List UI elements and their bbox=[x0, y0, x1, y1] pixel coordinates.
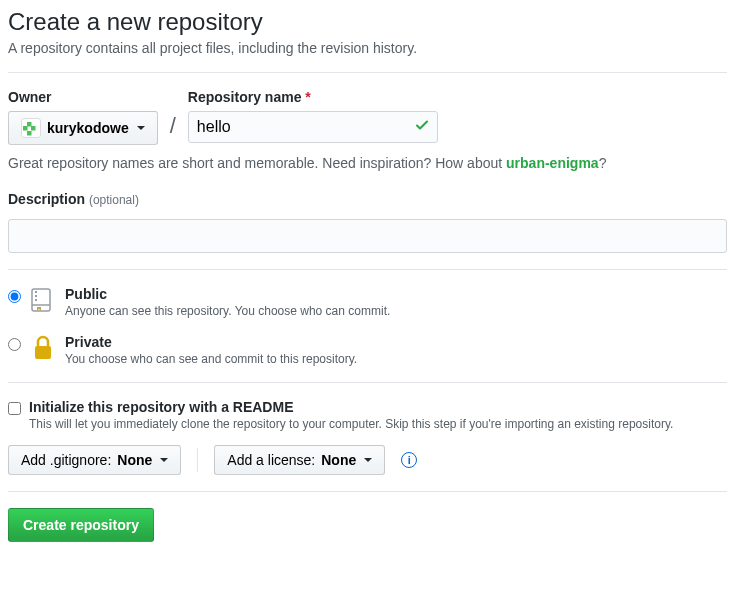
divider-vertical bbox=[197, 448, 198, 472]
page-title: Create a new repository bbox=[8, 8, 727, 36]
visibility-public-option[interactable]: Public Anyone can see this repository. Y… bbox=[8, 286, 727, 318]
repo-name-input[interactable] bbox=[188, 111, 438, 143]
optional-text: (optional) bbox=[89, 193, 139, 207]
public-radio[interactable] bbox=[8, 290, 21, 303]
readme-title: Initialize this repository with a README bbox=[29, 399, 673, 415]
svg-rect-5 bbox=[35, 346, 51, 359]
svg-rect-1 bbox=[35, 291, 37, 293]
gitignore-select[interactable]: Add .gitignore: None bbox=[8, 445, 181, 475]
avatar bbox=[21, 118, 41, 138]
visibility-private-option[interactable]: Private You choose who can see and commi… bbox=[8, 334, 727, 366]
divider bbox=[8, 382, 727, 383]
repo-icon bbox=[29, 286, 57, 314]
lock-icon bbox=[29, 334, 57, 362]
page-subtitle: A repository contains all project files,… bbox=[8, 40, 727, 56]
private-title: Private bbox=[65, 334, 357, 350]
hint-text: Great repository names are short and mem… bbox=[8, 155, 727, 171]
owner-select[interactable]: kurykodowe bbox=[8, 111, 158, 145]
description-input[interactable] bbox=[8, 219, 727, 253]
check-icon bbox=[414, 118, 430, 137]
chevron-down-icon bbox=[160, 458, 168, 462]
private-radio[interactable] bbox=[8, 338, 21, 351]
public-sub: Anyone can see this repository. You choo… bbox=[65, 304, 390, 318]
chevron-down-icon bbox=[137, 126, 145, 130]
private-sub: You choose who can see and commit to thi… bbox=[65, 352, 357, 366]
repo-name-label: Repository name * bbox=[188, 89, 438, 105]
info-icon[interactable]: i bbox=[401, 452, 417, 468]
divider bbox=[8, 72, 727, 73]
svg-rect-3 bbox=[35, 299, 37, 301]
description-label: Description bbox=[8, 191, 85, 207]
readme-sub: This will let you immediately clone the … bbox=[29, 417, 673, 431]
owner-value: kurykodowe bbox=[47, 120, 129, 136]
suggestion-link[interactable]: urban-enigma bbox=[506, 155, 599, 171]
owner-label: Owner bbox=[8, 89, 158, 105]
chevron-down-icon bbox=[364, 458, 372, 462]
separator-slash: / bbox=[166, 113, 180, 145]
create-repository-button[interactable]: Create repository bbox=[8, 508, 154, 542]
license-select[interactable]: Add a license: None bbox=[214, 445, 385, 475]
public-title: Public bbox=[65, 286, 390, 302]
readme-option[interactable]: Initialize this repository with a README… bbox=[8, 399, 727, 431]
divider bbox=[8, 491, 727, 492]
svg-rect-2 bbox=[35, 295, 37, 297]
readme-checkbox[interactable] bbox=[8, 402, 21, 415]
divider bbox=[8, 269, 727, 270]
